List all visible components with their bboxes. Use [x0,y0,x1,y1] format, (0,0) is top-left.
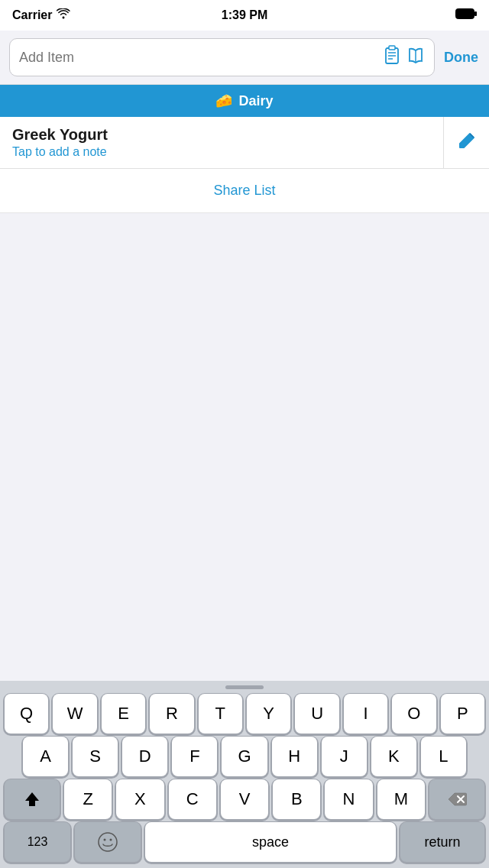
svg-rect-1 [474,11,477,16]
clipboard-icon[interactable] [384,45,400,70]
pencil-icon [458,131,476,154]
add-item-bar: Done [0,31,489,85]
key-e[interactable]: E [102,694,145,734]
key-p[interactable]: P [441,694,484,734]
item-note[interactable]: Tap to add a note [12,145,431,159]
shift-key[interactable] [5,779,60,819]
key-w[interactable]: W [53,694,96,734]
edit-icon-button[interactable] [443,117,489,168]
keyboard-row-1: Q W E R T Y U I O P [5,694,484,734]
status-bar: Carrier 1:39 PM [0,0,489,31]
category-label: Dairy [238,93,273,109]
svg-point-12 [104,839,106,841]
keyboard-row-3: Z X C V B N M [5,779,484,819]
keyboard-row-2: A S D F G H J K L [23,737,466,776]
list-item-row[interactable]: Greek Yogurt Tap to add a note [0,117,489,169]
category-icon: 🧀 [215,92,232,109]
return-key[interactable]: return [400,822,484,862]
key-q[interactable]: Q [5,694,48,734]
share-list-label: Share List [213,183,275,199]
key-v[interactable]: V [221,779,268,819]
keyboard-bottom-row: 123 space return [5,822,484,862]
key-s[interactable]: S [73,737,118,776]
key-z[interactable]: Z [64,779,112,819]
key-d[interactable]: D [122,737,167,776]
add-item-input[interactable] [19,50,377,66]
key-x[interactable]: X [116,779,164,819]
carrier-label: Carrier [12,8,52,22]
space-key[interactable]: space [145,822,396,862]
keyboard-drag-handle [0,681,489,691]
svg-rect-3 [389,46,395,50]
delete-key[interactable] [429,779,484,819]
status-left: Carrier [12,8,70,22]
empty-area [0,213,489,381]
key-y[interactable]: Y [247,694,290,734]
key-t[interactable]: T [199,694,242,734]
share-list-button[interactable]: Share List [0,169,489,213]
done-button[interactable]: Done [442,47,480,69]
key-h[interactable]: H [272,737,317,776]
svg-rect-0 [456,9,474,19]
key-i[interactable]: I [344,694,387,734]
book-icon[interactable] [406,47,425,68]
key-j[interactable]: J [322,737,367,776]
svg-marker-8 [25,792,39,806]
key-k[interactable]: K [371,737,416,776]
status-right [455,8,477,22]
emoji-key[interactable] [75,822,141,862]
key-r[interactable]: R [150,694,193,734]
num-key[interactable]: 123 [5,822,70,862]
key-l[interactable]: L [421,737,466,776]
status-time: 1:39 PM [222,8,267,22]
key-g[interactable]: G [222,737,267,776]
key-a[interactable]: A [23,737,68,776]
keyboard: Q W E R T Y U I O P A S D F G H J K L Z … [0,681,489,868]
item-name: Greek Yogurt [12,126,431,144]
key-f[interactable]: F [172,737,217,776]
svg-point-13 [110,839,112,841]
wifi-icon [57,8,70,22]
key-n[interactable]: N [325,779,372,819]
key-o[interactable]: O [392,694,436,734]
key-m[interactable]: M [377,779,425,819]
svg-point-11 [99,833,117,851]
list-item-content: Greek Yogurt Tap to add a note [0,117,443,168]
key-b[interactable]: B [273,779,320,819]
add-item-input-wrapper[interactable] [9,38,435,76]
category-header: 🧀 Dairy [0,85,489,117]
key-c[interactable]: C [169,779,216,819]
battery-icon [455,8,477,22]
key-u[interactable]: U [295,694,338,734]
